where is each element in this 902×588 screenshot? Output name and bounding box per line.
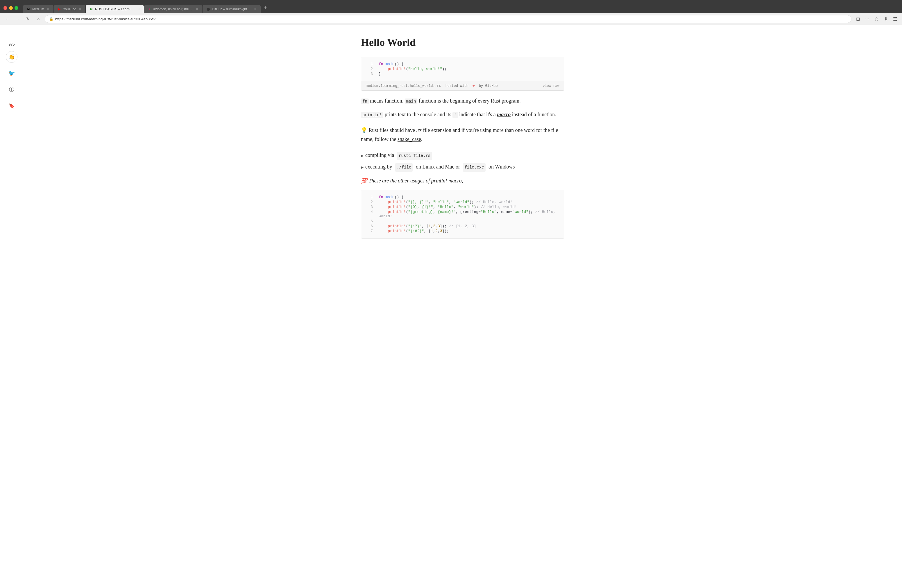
prose-text-2: println! prints text to the console and … [361, 110, 564, 119]
code-block-2: 1 fn main() { 2 println!("{}, {}!", "Hel… [361, 190, 564, 239]
menu-button[interactable]: ☰ [891, 15, 899, 23]
line-num-3: 3 [366, 72, 373, 76]
nav-right: ⊡ ··· ☆ ⬇ ☰ [854, 15, 899, 23]
reader-view-button[interactable]: ⊡ [854, 15, 862, 23]
code-text: fn main() { [379, 62, 404, 66]
code2-line-3: 3 println!("{0}, {1}!", "Hello", "world"… [361, 205, 564, 210]
code-line-1: 1 fn main() { [361, 62, 564, 67]
code2-text [379, 219, 381, 224]
tab-close-button[interactable]: ✕ [46, 7, 50, 11]
tab-title: Medium [32, 7, 44, 11]
code-block-1: 1 fn main() { 2 println!("Hello, world!"… [361, 57, 564, 91]
browser-tab-tab-rust[interactable]: M RUST BASICS – Learning Rust ✕ [86, 5, 144, 13]
tab-favicon: ✦ [148, 7, 152, 11]
prose-paragraph-1: fn means function. main function is the … [361, 97, 564, 119]
tab-favicon: ⬤ [206, 7, 210, 11]
maximize-button[interactable] [14, 6, 18, 10]
code-filename: medium.learning_rust.hello_world..rs hos… [366, 84, 498, 88]
code2-text: println!("{greeting}, {name}!", greeting… [379, 210, 559, 219]
facebook-share-button[interactable]: ⓕ [6, 84, 17, 95]
tab-favicon: ▶ [57, 7, 61, 11]
clap-icon: 👏 [8, 54, 15, 60]
view-raw-link[interactable]: view raw [543, 84, 559, 88]
article-area: Hello World 1 fn main() { 2 println!("He… [355, 25, 570, 588]
home-button[interactable]: ⌂ [34, 15, 42, 23]
browser-tab-tab-medium[interactable]: M Medium ✕ [23, 5, 53, 13]
compiling-row: ▶ compiling via rustc file.rs [361, 150, 564, 160]
file-command: ./file [395, 163, 413, 172]
browser-tab-tab-youtube[interactable]: ▶ YouTube ✕ [54, 5, 85, 13]
back-button[interactable]: ← [3, 15, 11, 23]
executing-row: ▶ executing by ./file on Linux and Mac o… [361, 162, 564, 172]
code2-text: fn main() { [379, 195, 404, 199]
bookmark-button[interactable]: ☆ [872, 15, 880, 23]
title-bar: M Medium ✕ ▶ YouTube ✕ M RUST BASICS – L… [0, 0, 902, 13]
new-tab-button[interactable]: + [261, 3, 270, 13]
code2-line-1: 1 fn main() { [361, 195, 564, 200]
compiling-arrow: ▶ [361, 153, 363, 159]
download-button[interactable]: ⬇ [882, 15, 890, 23]
tab-favicon: M [27, 7, 31, 11]
code-text: } [379, 72, 381, 76]
browser-chrome: M Medium ✕ ▶ YouTube ✕ M RUST BASICS – L… [0, 0, 902, 25]
heart-icon: ❤ [473, 84, 474, 88]
url-input[interactable] [55, 17, 847, 21]
address-bar[interactable]: 🔒 [45, 15, 852, 23]
code2-line-2: 2 println!("{}, {}!", "Hello", "world");… [361, 200, 564, 205]
rustc-command: rustc file.rs [397, 152, 432, 160]
macro-link[interactable]: macro [497, 111, 511, 117]
tab-favicon: M [89, 7, 93, 11]
code2-text: println!("{:#?}", [1,2,3]); [379, 229, 449, 233]
file-exe-command: file.exe [463, 163, 485, 172]
fn-keyword: fn [361, 99, 369, 104]
line2-num-2: 2 [366, 200, 373, 204]
code-content-1: 1 fn main() { 2 println!("Hello, world!"… [361, 57, 564, 81]
clap-count: 975 [8, 42, 15, 47]
code2-line-6: 6 println!("{:?}", [1,2,3]); // [1, 2, 3… [361, 224, 564, 228]
tab-title: #women, #pink hair, #digital a... [153, 7, 193, 11]
minimize-button[interactable] [9, 6, 13, 10]
more-button[interactable]: ··· [863, 15, 871, 23]
twitter-share-button[interactable]: 🐦 [6, 67, 17, 79]
tabs-bar: M Medium ✕ ▶ YouTube ✕ M RUST BASICS – L… [23, 3, 899, 13]
clap-button[interactable]: 👏 [6, 51, 17, 63]
highlight-text: These are the other usages of println! m… [369, 178, 463, 184]
left-sidebar: 975 👏 🐦 ⓕ 🔖 [0, 25, 23, 588]
tab-close-button[interactable]: ✕ [136, 7, 140, 11]
refresh-button[interactable]: ↻ [24, 15, 32, 23]
snake-case-link[interactable]: snake_case [398, 136, 421, 142]
code2-line-5: 5 [361, 219, 564, 224]
code2-text: println!("{:?}", [1,2,3]); // [1, 2, 3] [379, 224, 476, 228]
code-line-2: 2 println!("Hello, world!"); [361, 67, 564, 72]
executing-text-3: on Windows [487, 162, 515, 171]
exclaim-code: ! [453, 112, 458, 118]
code-footer-1: medium.learning_rust.hello_world..rs hos… [361, 81, 564, 90]
facebook-icon: ⓕ [9, 86, 14, 93]
bookmark-icon: 🔖 [8, 103, 15, 109]
line2-num-6: 6 [366, 224, 373, 228]
code-content-2: 1 fn main() { 2 println!("{}, {}!", "Hel… [361, 190, 564, 238]
browser-tab-tab-github[interactable]: ⬤ GitHub – dumindu/night-owl: n... ✕ [202, 5, 261, 13]
tab-close-button[interactable]: ✕ [78, 7, 82, 11]
prose-text-1: fn means function. main function is the … [361, 97, 564, 105]
line2-num-5: 5 [366, 219, 373, 224]
close-button[interactable] [3, 6, 7, 10]
nav-bar: ← → ↻ ⌂ 🔒 ⊡ ··· ☆ ⬇ ☰ [0, 13, 902, 25]
rs-ext: .rs [417, 127, 422, 133]
bookmark-save-button[interactable]: 🔖 [6, 100, 17, 111]
highlight-block: 💯 These are the other usages of println!… [361, 178, 564, 184]
line2-num-7: 7 [366, 229, 373, 233]
line2-num-4: 4 [366, 210, 373, 214]
line2-num-1: 1 [366, 195, 373, 199]
tab-close-button[interactable]: ✕ [253, 7, 257, 11]
executing-arrow: ▶ [361, 164, 363, 171]
line-num-2: 2 [366, 67, 373, 71]
detail-block: ▶ compiling via rustc file.rs ▶ executin… [361, 150, 564, 171]
code-text: println!("Hello, world!"); [379, 67, 446, 71]
forward-button[interactable]: → [13, 15, 22, 23]
browser-tab-tab-women[interactable]: ✦ #women, #pink hair, #digital a... ✕ [144, 5, 202, 13]
article-title: Hello World [361, 36, 564, 48]
code2-text: println!("{0}, {1}!", "Hello", "world");… [379, 205, 517, 209]
tab-close-button[interactable]: ✕ [195, 7, 199, 11]
executing-text: executing by [365, 162, 393, 171]
